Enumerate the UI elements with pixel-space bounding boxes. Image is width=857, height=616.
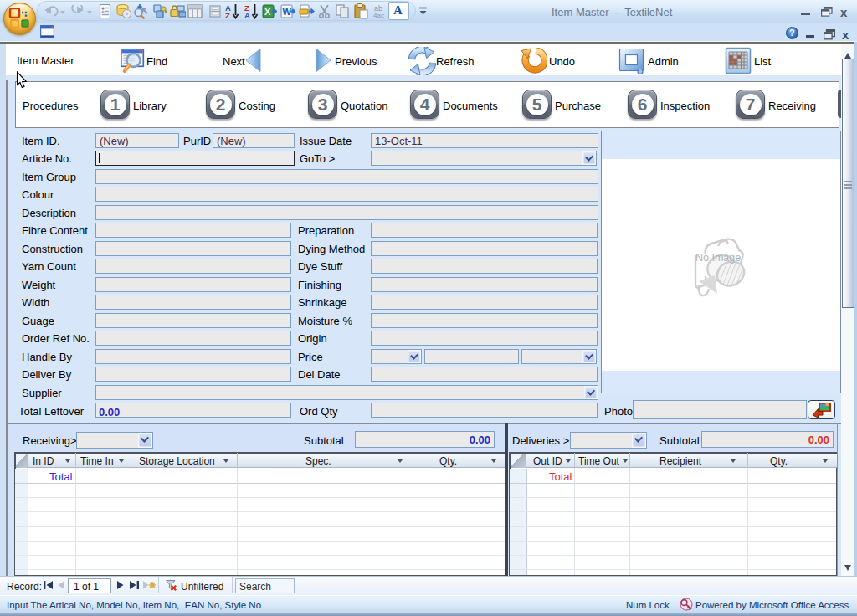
svg-text:Z: Z	[225, 11, 230, 19]
svg-text:4ac: 4ac	[373, 12, 384, 18]
svg-text:A: A	[244, 11, 250, 19]
svg-text:W: W	[283, 7, 292, 17]
svg-text:X: X	[264, 7, 271, 17]
